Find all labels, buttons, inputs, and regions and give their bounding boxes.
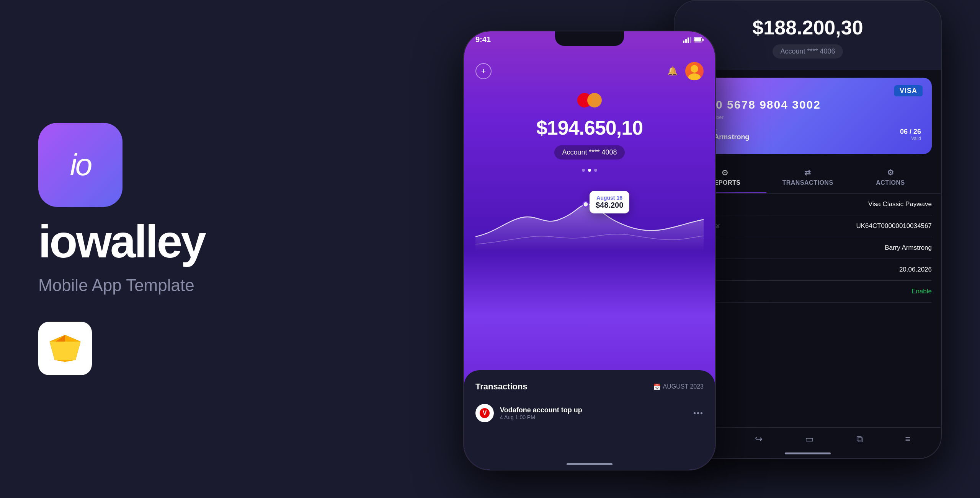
left-branding: io iowalley Mobile App Template (38, 123, 205, 375)
svg-marker-4 (55, 360, 75, 362)
header-right: 🔔 (667, 62, 704, 80)
status-time: 9:41 (475, 35, 491, 44)
dot-2 (588, 169, 591, 172)
svg-rect-10 (702, 39, 704, 41)
actions-icon: ⚙ (887, 168, 894, 177)
transaction-menu-icon[interactable]: ••• (693, 409, 704, 418)
battery-icon (694, 37, 704, 42)
signal-icon (683, 37, 691, 43)
visa-card: VISA 3400 5678 9804 3002 Card number Car… (684, 78, 932, 154)
tab-actions-label: ACTIONS (876, 179, 905, 186)
detail-name-value: Visa Classic Paywave (868, 200, 932, 208)
phone-header: + 🔔 (475, 62, 704, 80)
transactions-title: Transactions (475, 382, 528, 392)
visa-logo: VISA (894, 85, 923, 96)
svg-rect-11 (694, 38, 701, 41)
nav-menu-icon[interactable]: ≡ (905, 434, 911, 444)
card-bottom: Cardholder Barry Armstrong 06 / 26 Valid (694, 128, 921, 141)
transaction-info-1: Vodafone account top up 4 Aug 1:00 PM (500, 406, 687, 420)
avatar[interactable] (685, 62, 704, 80)
svg-text:V: V (483, 410, 487, 416)
transactions-icon: ⇄ (804, 168, 811, 177)
transaction-item-1: V Vodafone account top up 4 Aug 1:00 PM … (475, 399, 704, 427)
chart-peak-dot (583, 202, 588, 207)
detail-row-account: ount number UK64CT00000010034567 (684, 215, 932, 237)
detail-row-security: ecurity Enable (684, 281, 932, 303)
dot-1 (582, 169, 585, 172)
back-account-pill: Account **** 4006 (773, 44, 843, 59)
notification-icon[interactable]: 🔔 (667, 66, 678, 76)
detail-account-value: UK64CT00000010034567 (856, 222, 932, 230)
svg-point-12 (691, 65, 698, 73)
nav-copy-icon[interactable]: ⧉ (856, 434, 863, 444)
home-indicator (785, 452, 831, 454)
reports-icon: ⊙ (722, 168, 728, 177)
nav-share-icon[interactable]: ↪ (755, 434, 763, 444)
svg-marker-3 (50, 342, 80, 360)
detail-holder-value: Barry Armstrong (885, 244, 932, 252)
tab-actions[interactable]: ⚙ ACTIONS (849, 162, 932, 193)
app-subtitle: Mobile App Template (38, 276, 194, 295)
transactions-date: 📅 AUGUST 2023 (653, 383, 704, 391)
mastercard-icon (577, 92, 602, 109)
page-dots (475, 169, 704, 172)
main-balance: $194.650,10 (475, 116, 704, 139)
card-expiry-value: 06 / 26 (900, 128, 921, 136)
sketch-icon (38, 322, 92, 375)
card-expiry-label: Valid (900, 136, 921, 141)
svg-point-13 (688, 73, 701, 80)
account-badge-container: Account **** 4008 (475, 145, 704, 159)
svg-rect-5 (683, 41, 684, 43)
transaction-date-1: 4 Aug 1:00 PM (500, 414, 687, 420)
nav-card-icon[interactable]: ▭ (805, 434, 814, 444)
card-number: 3400 5678 9804 3002 (694, 98, 921, 111)
mastercard-area (475, 92, 704, 109)
add-button[interactable]: + (475, 63, 492, 79)
tab-transactions-label: TRANSACTIONS (782, 179, 833, 186)
detail-expiry-value: 20.06.2026 (899, 266, 932, 273)
tab-transactions[interactable]: ⇄ TRANSACTIONS (766, 162, 849, 193)
mc-circle-right (587, 93, 602, 107)
phones-container: $188.200,30 Account **** 4006 VISA 3400 … (387, 0, 980, 498)
card-number-label: Card number (694, 114, 921, 120)
chart-tooltip: August 16 $48.200 (590, 191, 629, 213)
main-home-indicator (567, 463, 612, 465)
phone-screen: 9:41 (464, 31, 715, 470)
dot-3 (594, 169, 597, 172)
tooltip-amount: $48.200 (596, 201, 623, 210)
phone-main: 9:41 (463, 31, 716, 470)
svg-rect-8 (690, 37, 691, 43)
account-pill: Account **** 4008 (554, 145, 624, 159)
back-balance: $188.200,30 (690, 16, 926, 39)
chart-area: August 16 $48.200 (475, 183, 704, 260)
phone-content: + 🔔 (464, 54, 715, 470)
app-name: iowalley (38, 218, 205, 264)
detail-row-expiry: ration date 20.06.2026 (684, 259, 932, 281)
detail-security-value: Enable (911, 288, 932, 295)
app-icon-text: io (70, 147, 91, 182)
svg-rect-7 (688, 37, 689, 43)
transactions-section: Transactions 📅 AUGUST 2023 V (464, 370, 715, 470)
status-icons (683, 37, 704, 43)
svg-rect-6 (685, 39, 687, 43)
card-expiry-section: 06 / 26 Valid (900, 128, 921, 141)
transactions-header: Transactions 📅 AUGUST 2023 (475, 382, 704, 392)
transaction-name-1: Vodafone account top up (500, 406, 687, 414)
detail-row-holder: holder Barry Armstrong (684, 237, 932, 259)
vodafone-logo: V (475, 404, 494, 422)
phone-notch (555, 31, 624, 46)
app-icon: io (38, 123, 122, 207)
detail-row-name: name Visa Classic Paywave (684, 194, 932, 215)
tooltip-date: August 16 (596, 195, 623, 201)
